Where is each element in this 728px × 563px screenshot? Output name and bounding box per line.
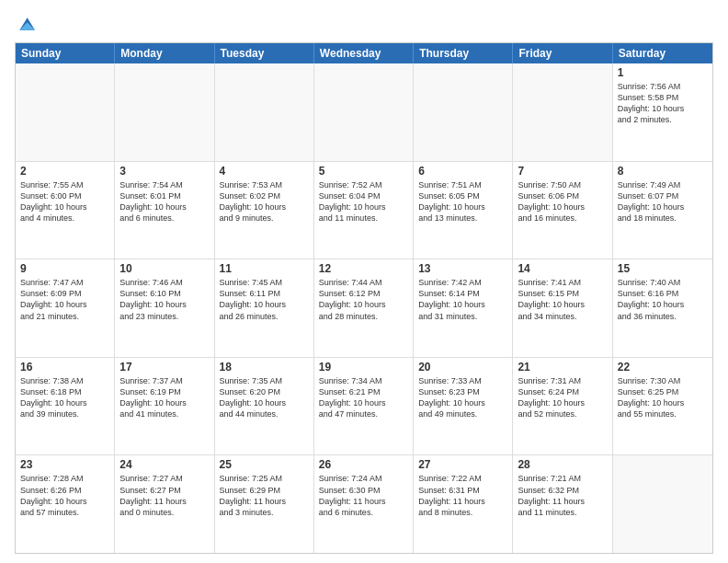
day-number: 4 [220,165,309,178]
calendar: SundayMondayTuesdayWednesdayThursdayFrid… [15,42,713,554]
day-info: Sunrise: 7:41 AM Sunset: 6:15 PM Dayligh… [518,277,607,322]
calendar-body: 1Sunrise: 7:56 AM Sunset: 5:58 PM Daylig… [16,63,712,553]
day-info: Sunrise: 7:44 AM Sunset: 6:12 PM Dayligh… [319,277,408,322]
day-cell-26: 26Sunrise: 7:24 AM Sunset: 6:30 PM Dayli… [314,455,414,553]
day-cell-7: 7Sunrise: 7:50 AM Sunset: 6:06 PM Daylig… [513,162,612,259]
day-number: 10 [119,262,209,275]
day-cell-1: 1Sunrise: 7:56 AM Sunset: 5:58 PM Daylig… [613,63,712,161]
empty-cell [215,63,314,161]
day-cell-13: 13Sunrise: 7:42 AM Sunset: 6:14 PM Dayli… [414,259,513,357]
day-info: Sunrise: 7:38 AM Sunset: 6:18 PM Dayligh… [20,375,109,420]
day-number: 18 [220,361,309,373]
day-number: 19 [319,361,408,373]
header [15,15,713,33]
header-cell-saturday: Saturday [613,43,712,63]
day-info: Sunrise: 7:54 AM Sunset: 6:01 PM Dayligh… [119,179,209,224]
day-number: 9 [20,262,109,275]
empty-cell [513,63,612,161]
day-cell-21: 21Sunrise: 7:31 AM Sunset: 6:24 PM Dayli… [513,358,612,455]
day-info: Sunrise: 7:37 AM Sunset: 6:19 PM Dayligh… [119,375,209,420]
day-number: 22 [618,361,708,373]
day-info: Sunrise: 7:28 AM Sunset: 6:26 PM Dayligh… [20,473,109,518]
calendar-row-3: 9Sunrise: 7:47 AM Sunset: 6:09 PM Daylig… [16,259,712,357]
day-info: Sunrise: 7:35 AM Sunset: 6:20 PM Dayligh… [220,375,309,420]
empty-cell [613,455,712,553]
day-number: 24 [119,458,209,471]
day-info: Sunrise: 7:27 AM Sunset: 6:27 PM Dayligh… [119,473,209,518]
day-info: Sunrise: 7:40 AM Sunset: 6:16 PM Dayligh… [618,277,708,322]
day-cell-25: 25Sunrise: 7:25 AM Sunset: 6:29 PM Dayli… [215,455,314,553]
day-cell-20: 20Sunrise: 7:33 AM Sunset: 6:23 PM Dayli… [414,358,513,455]
day-cell-14: 14Sunrise: 7:41 AM Sunset: 6:15 PM Dayli… [513,259,612,357]
header-cell-monday: Monday [115,43,214,63]
day-number: 1 [618,66,708,79]
logo-icon [17,15,35,33]
day-info: Sunrise: 7:50 AM Sunset: 6:06 PM Dayligh… [518,179,607,224]
header-cell-friday: Friday [513,43,612,63]
day-number: 13 [418,262,507,275]
day-cell-2: 2Sunrise: 7:55 AM Sunset: 6:00 PM Daylig… [16,162,115,259]
calendar-row-2: 2Sunrise: 7:55 AM Sunset: 6:00 PM Daylig… [16,161,712,259]
header-cell-sunday: Sunday [16,43,115,63]
header-cell-thursday: Thursday [414,43,513,63]
day-info: Sunrise: 7:34 AM Sunset: 6:21 PM Dayligh… [319,375,408,420]
day-cell-15: 15Sunrise: 7:40 AM Sunset: 6:16 PM Dayli… [613,259,712,357]
day-cell-18: 18Sunrise: 7:35 AM Sunset: 6:20 PM Dayli… [215,358,314,455]
day-number: 20 [418,361,507,373]
calendar-row-4: 16Sunrise: 7:38 AM Sunset: 6:18 PM Dayli… [16,357,712,455]
day-cell-19: 19Sunrise: 7:34 AM Sunset: 6:21 PM Dayli… [314,358,414,455]
day-cell-8: 8Sunrise: 7:49 AM Sunset: 6:07 PM Daylig… [613,162,712,259]
day-number: 25 [220,458,309,471]
day-info: Sunrise: 7:55 AM Sunset: 6:00 PM Dayligh… [20,179,109,224]
day-cell-12: 12Sunrise: 7:44 AM Sunset: 6:12 PM Dayli… [314,259,414,357]
day-cell-17: 17Sunrise: 7:37 AM Sunset: 6:19 PM Dayli… [115,358,214,455]
empty-cell [414,63,513,161]
day-info: Sunrise: 7:53 AM Sunset: 6:02 PM Dayligh… [220,179,309,224]
day-number: 28 [518,458,607,471]
header-cell-wednesday: Wednesday [314,43,414,63]
day-cell-6: 6Sunrise: 7:51 AM Sunset: 6:05 PM Daylig… [414,162,513,259]
day-info: Sunrise: 7:22 AM Sunset: 6:31 PM Dayligh… [418,473,507,518]
day-cell-27: 27Sunrise: 7:22 AM Sunset: 6:31 PM Dayli… [414,455,513,553]
day-cell-9: 9Sunrise: 7:47 AM Sunset: 6:09 PM Daylig… [16,259,115,357]
day-number: 23 [20,458,109,471]
day-info: Sunrise: 7:45 AM Sunset: 6:11 PM Dayligh… [220,277,309,322]
day-info: Sunrise: 7:24 AM Sunset: 6:30 PM Dayligh… [319,473,408,518]
day-number: 5 [319,165,408,178]
day-info: Sunrise: 7:21 AM Sunset: 6:32 PM Dayligh… [518,473,607,518]
day-cell-16: 16Sunrise: 7:38 AM Sunset: 6:18 PM Dayli… [16,358,115,455]
day-number: 21 [518,361,607,373]
page: SundayMondayTuesdayWednesdayThursdayFrid… [0,0,728,563]
day-info: Sunrise: 7:52 AM Sunset: 6:04 PM Dayligh… [319,179,408,224]
day-number: 11 [220,262,309,275]
day-info: Sunrise: 7:25 AM Sunset: 6:29 PM Dayligh… [220,473,309,518]
day-info: Sunrise: 7:42 AM Sunset: 6:14 PM Dayligh… [418,277,507,322]
day-info: Sunrise: 7:56 AM Sunset: 5:58 PM Dayligh… [618,81,708,126]
day-cell-3: 3Sunrise: 7:54 AM Sunset: 6:01 PM Daylig… [115,162,214,259]
empty-cell [16,63,115,161]
logo [15,15,35,33]
calendar-row-1: 1Sunrise: 7:56 AM Sunset: 5:58 PM Daylig… [16,63,712,161]
day-number: 27 [418,458,507,471]
day-number: 15 [618,262,708,275]
day-info: Sunrise: 7:51 AM Sunset: 6:05 PM Dayligh… [418,179,507,224]
day-info: Sunrise: 7:47 AM Sunset: 6:09 PM Dayligh… [20,277,109,322]
day-number: 6 [418,165,507,178]
day-cell-5: 5Sunrise: 7:52 AM Sunset: 6:04 PM Daylig… [314,162,414,259]
day-number: 2 [20,165,109,178]
day-info: Sunrise: 7:49 AM Sunset: 6:07 PM Dayligh… [618,179,708,224]
empty-cell [314,63,414,161]
day-info: Sunrise: 7:30 AM Sunset: 6:25 PM Dayligh… [618,375,708,420]
calendar-header: SundayMondayTuesdayWednesdayThursdayFrid… [16,43,712,63]
day-number: 26 [319,458,408,471]
day-number: 14 [518,262,607,275]
day-cell-10: 10Sunrise: 7:46 AM Sunset: 6:10 PM Dayli… [115,259,214,357]
day-number: 16 [20,361,109,373]
day-cell-24: 24Sunrise: 7:27 AM Sunset: 6:27 PM Dayli… [115,455,214,553]
day-number: 12 [319,262,408,275]
svg-marker-1 [19,22,35,29]
day-number: 3 [119,165,209,178]
day-number: 7 [518,165,607,178]
day-cell-11: 11Sunrise: 7:45 AM Sunset: 6:11 PM Dayli… [215,259,314,357]
day-info: Sunrise: 7:33 AM Sunset: 6:23 PM Dayligh… [418,375,507,420]
